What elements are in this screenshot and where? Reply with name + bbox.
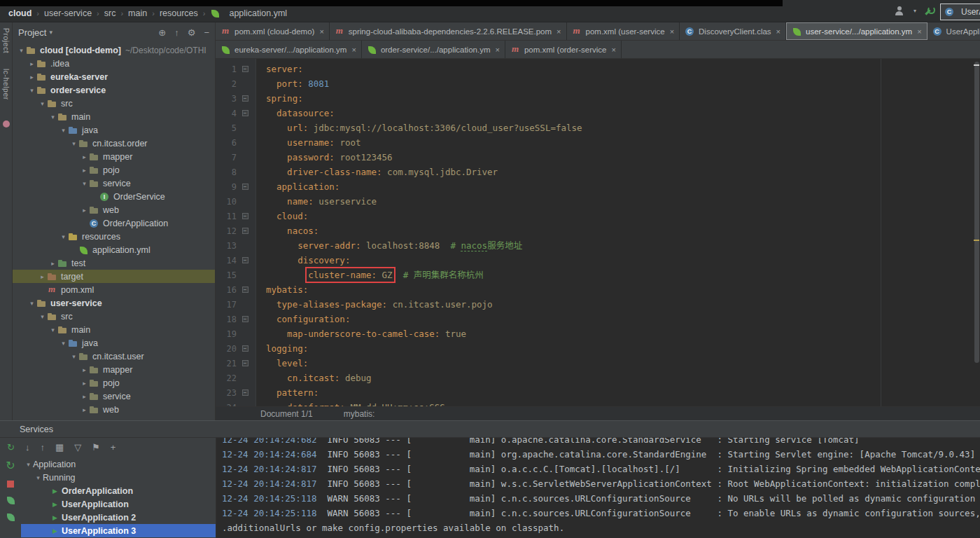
chevron-right-icon[interactable]: ▸ (80, 380, 89, 387)
tree-item-cn-itcast-user[interactable]: ▾cn.itcast.user (13, 350, 215, 363)
chevron-down-icon[interactable]: ▾ (69, 140, 78, 147)
services-panel-title[interactable]: Services (20, 425, 53, 434)
tree-item-cn-itcast-order[interactable]: ▾cn.itcast.order (13, 137, 215, 150)
tree-item-eureka-server[interactable]: ▸eureka-server (13, 70, 215, 83)
project-panel-title[interactable]: Project (18, 27, 46, 38)
restart-icon[interactable]: ↻ (6, 460, 15, 471)
tree-item-test[interactable]: ▸test (13, 256, 215, 270)
tree-item-pom-xml[interactable]: pom.xml (13, 283, 215, 296)
fold-icon[interactable]: − (242, 213, 248, 219)
chevron-down-icon[interactable]: ▾ (24, 461, 33, 468)
dropdown-icon[interactable]: ▾ (913, 8, 916, 14)
settings-icon[interactable]: ⚙ (188, 28, 196, 37)
editor-tab-eureka-server-application-ym[interactable]: eureka-server/.../application.ym× (216, 41, 362, 58)
service-item-application[interactable]: ▾Application (21, 457, 216, 471)
chevron-down-icon[interactable]: ▾ (27, 87, 36, 94)
tree-item-resources[interactable]: ▾resources (13, 230, 215, 243)
chevron-right-icon[interactable]: ▸ (80, 366, 89, 373)
breadcrumb-item-user-service[interactable]: user-service (44, 8, 92, 18)
spring-leaf-icon[interactable] (7, 513, 15, 521)
chevron-right-icon[interactable]: ▸ (38, 273, 47, 280)
tree-item-java[interactable]: ▾java (13, 123, 215, 137)
chevron-down-icon[interactable]: ▾ (38, 313, 47, 320)
breadcrumb-item-cloud[interactable]: cloud (8, 8, 31, 18)
tree-item-web[interactable]: ▸web (13, 403, 215, 416)
chevron-right-icon[interactable]: ▸ (48, 260, 57, 267)
tree-item-target[interactable]: ▸target (13, 270, 215, 283)
fold-icon[interactable]: − (242, 257, 248, 263)
fold-icon[interactable]: − (242, 287, 248, 293)
tree-item-pojo[interactable]: ▸pojo (13, 376, 215, 389)
hide-icon[interactable]: − (204, 28, 209, 37)
tree-item-orderservice[interactable]: OrderService (13, 190, 215, 203)
tree-item-src[interactable]: ▾src (13, 310, 215, 323)
chevron-down-icon[interactable]: ▾ (48, 326, 57, 333)
fold-icon[interactable]: − (242, 389, 248, 396)
fold-icon[interactable]: − (242, 360, 248, 366)
close-icon[interactable]: × (556, 27, 561, 36)
chevron-right-icon[interactable]: ▸ (27, 60, 36, 67)
editor-scrollbar[interactable] (973, 59, 980, 406)
chevron-right-icon[interactable]: ▸ (80, 207, 89, 214)
wrench-icon[interactable] (926, 6, 935, 15)
chevron-right-icon[interactable]: ▸ (80, 393, 89, 400)
service-item-userapplication-2[interactable]: ▶UserApplication 2 (21, 511, 216, 524)
editor-tab-order-service-application-ym[interactable]: order-service/.../application.ym× (362, 41, 505, 58)
plugin-icon[interactable] (3, 120, 10, 127)
add-icon[interactable]: + (111, 443, 116, 452)
expand-all-icon[interactable]: ↓ (25, 443, 30, 452)
fold-icon[interactable]: − (242, 316, 248, 322)
chevron-right-icon[interactable]: ▸ (27, 74, 36, 81)
breadcrumb-item-application-yml[interactable]: application.yml (229, 8, 287, 18)
tree-item-order-service[interactable]: ▾order-service (13, 83, 215, 97)
chevron-down-icon[interactable]: ▾ (34, 474, 43, 481)
project-toolwindow-button[interactable]: Project (2, 28, 10, 53)
editor-tab-pom-xml-cloud-demo[interactable]: pom.xml (cloud-demo)× (216, 22, 330, 40)
tree-item-main[interactable]: ▾main (13, 110, 215, 123)
user-icon[interactable] (895, 6, 904, 15)
tree-item-application-yml[interactable]: application.yml (13, 243, 215, 256)
code-editor[interactable]: server: port: 8081spring: datasource: ur… (256, 59, 980, 406)
editor-tab-discoveryclient-clas[interactable]: DiscoveryClient.clas× (680, 22, 786, 40)
fold-icon[interactable]: − (242, 95, 248, 102)
chevron-down-icon[interactable]: ▾ (49, 29, 52, 36)
tree-item-src[interactable]: ▾src (13, 97, 215, 110)
close-icon[interactable]: × (670, 27, 674, 36)
tree-item-service[interactable]: ▾service (13, 177, 215, 190)
chevron-down-icon[interactable]: ▾ (27, 300, 36, 307)
collapse-all-icon[interactable]: ↑ (40, 443, 45, 452)
tree-item-pojo[interactable]: ▸pojo (13, 163, 215, 177)
tree-item-mapper[interactable]: ▸mapper (13, 363, 215, 376)
chevron-down-icon[interactable]: ▾ (69, 353, 78, 360)
editor-tab-pom-xml-order-service[interactable]: pom.xml (order-service× (505, 41, 622, 58)
chevron-down-icon[interactable]: ▾ (17, 47, 26, 54)
service-item-orderapplication[interactable]: ▶OrderApplication (21, 484, 216, 497)
fold-icon[interactable]: − (242, 184, 248, 190)
tree-item-orderapplication[interactable]: OrderApplication (13, 216, 215, 230)
tree-item-cloud-cloud-demo[interactable]: ▾cloud [cloud-demo]~/Desktop/code/OTHI (13, 43, 215, 57)
close-icon[interactable]: × (611, 46, 615, 54)
service-item-running[interactable]: ▾Running (21, 471, 216, 484)
breadcrumb-item-src[interactable]: src (104, 8, 116, 18)
chevron-right-icon[interactable]: ▸ (80, 406, 89, 413)
chevron-down-icon[interactable]: ▾ (59, 127, 68, 134)
editor-breadcrumb-label[interactable]: mybatis: (344, 409, 375, 419)
service-item-userapplication-3[interactable]: ▶UserApplication 3 (21, 524, 216, 537)
editor-tab-pom-xml-user-service[interactable]: pom.xml (user-service× (567, 22, 680, 40)
filter-icon[interactable]: ▽ (74, 443, 81, 452)
chevron-down-icon[interactable]: ▾ (59, 340, 68, 347)
locate-icon[interactable]: ⊕ (158, 28, 166, 37)
tree-item-main[interactable]: ▾main (13, 323, 215, 336)
scrollbar-handle[interactable] (974, 62, 979, 363)
breadcrumb-item-main[interactable]: main (128, 8, 147, 18)
chevron-down-icon[interactable]: ▾ (59, 233, 68, 240)
close-icon[interactable]: × (351, 46, 356, 54)
rerun-icon[interactable]: ↻ (7, 443, 15, 452)
tree-item-java[interactable]: ▾java (13, 336, 215, 350)
tree-item-web[interactable]: ▸web (13, 203, 215, 216)
fold-icon[interactable]: − (242, 228, 248, 234)
console-output[interactable]: 12-24 20:14:24:682 INFO 56083 --- [ main… (216, 438, 980, 538)
close-icon[interactable]: × (917, 27, 921, 36)
service-item-userapplication[interactable]: ▶UserApplication (21, 497, 216, 511)
chevron-down-icon[interactable]: ▾ (48, 113, 57, 120)
